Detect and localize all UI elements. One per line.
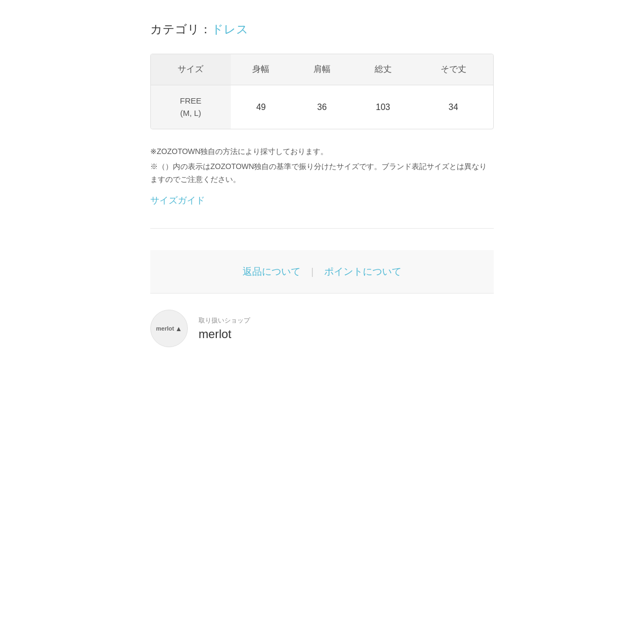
category-link[interactable]: ドレス [211,23,248,36]
shop-label: 取り扱いショップ [199,316,250,325]
size-cell: FREE(M, L) [151,85,231,129]
col-header-body-width: 身幅 [231,54,292,85]
separator: | [311,266,314,277]
divider-1 [150,228,494,229]
size-table-body: FREE(M, L) 49 36 103 34 [151,85,493,129]
shop-section: merlot ▲ 取り扱いショップ merlot [150,294,494,358]
shoulder-cell: 36 [291,85,353,129]
returns-link[interactable]: 返品について [243,265,301,278]
table-row: FREE(M, L) 49 36 103 34 [151,85,493,129]
shop-avatar: merlot ▲ [150,310,188,347]
size-table-header: サイズ 身幅 肩幅 総丈 そで丈 [151,54,493,85]
shop-info: 取り扱いショップ merlot [199,316,250,341]
sleeve-cell: 34 [413,85,493,129]
col-header-total-length: 総丈 [353,54,414,85]
note-1: ※ZOZOTOWN独自の方法により採寸しております。 [150,145,494,158]
points-link[interactable]: ポイントについて [324,265,401,278]
body-width-cell: 49 [231,85,292,129]
page-container: カテゴリ：ドレス サイズ 身幅 肩幅 総丈 そで丈 FREE(M, L) 49 … [134,0,510,379]
shop-name: merlot [199,327,250,341]
total-length-cell: 103 [353,85,414,129]
size-table-wrapper: サイズ 身幅 肩幅 総丈 そで丈 FREE(M, L) 49 36 103 34 [150,54,494,129]
notes-section: ※ZOZOTOWN独自の方法により採寸しております。 ※（）内の表示はZOZOT… [150,145,494,207]
returns-points-section: 返品について | ポイントについて [150,250,494,293]
size-table: サイズ 身幅 肩幅 総丈 そで丈 FREE(M, L) 49 36 103 34 [151,54,493,129]
col-header-sleeve: そで丈 [413,54,493,85]
shop-avatar-text: merlot [156,325,174,332]
shop-avatar-icon: ▲ [175,325,182,333]
size-guide-link[interactable]: サイズガイド [150,194,205,207]
category-line: カテゴリ：ドレス [150,21,494,38]
col-header-size: サイズ [151,54,231,85]
note-2: ※（）内の表示はZOZOTOWN独自の基準で振り分けたサイズです。ブランド表記サ… [150,160,494,186]
category-label: カテゴリ： [150,23,211,36]
returns-points-links: 返品について | ポイントについて [161,265,483,278]
header-row: サイズ 身幅 肩幅 総丈 そで丈 [151,54,493,85]
col-header-shoulder: 肩幅 [291,54,353,85]
